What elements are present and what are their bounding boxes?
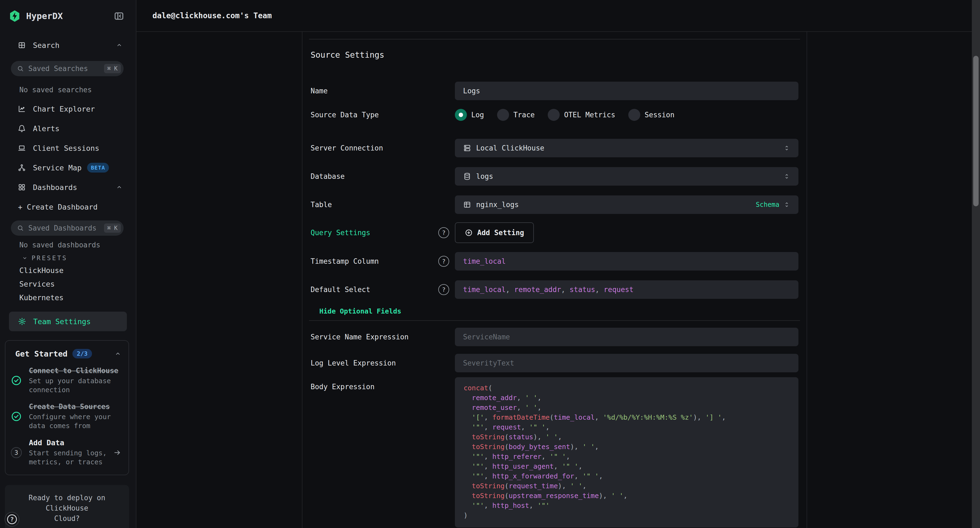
- source-data-type-group: LogTraceOTEL MetricsSession: [455, 109, 799, 121]
- sidebar-preset-kubernetes[interactable]: Kubernetes: [0, 291, 136, 304]
- server-icon: [463, 144, 471, 152]
- help-icon[interactable]: ?: [438, 227, 449, 238]
- form-row-table: Table nginx_logs Schema: [310, 196, 799, 214]
- sidebar-item-chart-explorer[interactable]: Chart Explorer: [0, 99, 136, 119]
- question-icon: ?: [7, 514, 17, 524]
- radio-circle[interactable]: [548, 109, 560, 121]
- cloud-promo-line1: Ready to deploy on ClickHouse: [11, 493, 123, 513]
- form-row-timestamp-column: Timestamp Column ? time_local: [310, 252, 799, 270]
- database-select[interactable]: logs: [455, 167, 799, 186]
- query-settings-label: Query Settings ?: [310, 227, 455, 238]
- radio-circle[interactable]: [628, 109, 640, 121]
- code-line: toString(upstream_response_time), ' ',: [464, 491, 790, 501]
- radio-circle[interactable]: [497, 109, 509, 121]
- sidebar-item-team-settings[interactable]: Team Settings: [9, 312, 127, 331]
- team-title: dale@clickhouse.com's Team: [153, 11, 272, 20]
- code-line: '"', request, '" ',: [464, 422, 790, 432]
- get-started-step-add-data[interactable]: 3 Add Data Start sending logs, metrics, …: [11, 439, 121, 466]
- radio-option-log[interactable]: Log: [455, 109, 484, 121]
- form-row-body-expression: Body Expression concat( remote_addr, ' '…: [310, 377, 799, 528]
- sidebar-item-label: Team Settings: [33, 317, 91, 326]
- chart-explorer-icon: [18, 105, 26, 113]
- service-name-label: Service Name Expression: [310, 333, 455, 341]
- body-expression-editor[interactable]: concat( remote_addr, ' ', remote_user, '…: [455, 377, 799, 528]
- section-title: Source Settings: [310, 49, 799, 60]
- add-setting-button[interactable]: Add Setting: [455, 223, 534, 243]
- sidebar: HyperDX Search Saved Searches ⌘ K No sav…: [0, 0, 136, 528]
- step-subtitle: Start sending logs, metrics, or traces: [29, 448, 111, 466]
- hide-optional-fields-link[interactable]: Hide Optional Fields: [319, 306, 799, 316]
- scrollbar-thumb[interactable]: [973, 56, 978, 206]
- form-row-name: Name Logs: [310, 82, 799, 100]
- sidebar-item-search[interactable]: Search: [0, 35, 136, 55]
- sidebar-item-label: Service Map: [33, 164, 82, 172]
- database-label: Database: [310, 172, 455, 180]
- log-level-input[interactable]: SeverityText: [455, 354, 799, 372]
- sidebar-logo-row: HyperDX: [0, 0, 136, 32]
- hyperdx-logo-icon: [9, 10, 20, 22]
- radio-option-session[interactable]: Session: [628, 109, 675, 121]
- arrow-right-icon[interactable]: [113, 448, 121, 457]
- sidebar-item-label: Client Sessions: [33, 144, 99, 153]
- database-icon: [463, 172, 471, 180]
- get-started-step-connect[interactable]: Connect to ClickHouse Set up your databa…: [11, 367, 121, 394]
- form-row-source-data-type: Source Data Type LogTraceOTEL MetricsSes…: [310, 109, 799, 121]
- timestamp-column-input[interactable]: time_local: [455, 252, 799, 270]
- table-select[interactable]: nginx_logs Schema: [455, 196, 799, 214]
- sidebar-item-service-map[interactable]: Service Map BETA: [0, 158, 136, 177]
- radio-label: OTEL Metrics: [564, 111, 615, 119]
- help-icon[interactable]: ?: [438, 284, 449, 295]
- saved-searches-shortcut: ⌘ K: [104, 64, 121, 73]
- page-header: dale@clickhouse.com's Team: [136, 0, 972, 32]
- schema-link[interactable]: Schema: [756, 201, 780, 208]
- help-icon[interactable]: ?: [438, 256, 449, 267]
- get-started-step-sources[interactable]: Create Data Sources Configure where your…: [11, 402, 121, 430]
- beta-badge: BETA: [87, 163, 109, 173]
- default-select-label: Default Select ?: [310, 284, 455, 295]
- dashboards-icon: [18, 183, 26, 191]
- saved-searches-input[interactable]: Saved Searches ⌘ K: [11, 61, 124, 76]
- step-number-badge: 3: [11, 447, 22, 458]
- get-started-header[interactable]: Get Started 2/3: [15, 349, 121, 358]
- service-name-input[interactable]: ServiceName: [455, 328, 799, 346]
- sidebar-item-dashboards[interactable]: Dashboards: [0, 177, 136, 197]
- sidebar-item-label: Dashboards: [33, 183, 77, 192]
- sidebar-item-client-sessions[interactable]: Client Sessions: [0, 138, 136, 158]
- chevron-up-icon[interactable]: [116, 41, 123, 49]
- radio-option-otel-metrics[interactable]: OTEL Metrics: [548, 109, 615, 121]
- radio-option-trace[interactable]: Trace: [497, 109, 535, 121]
- no-saved-searches-text: No saved searches: [19, 84, 136, 95]
- scrollbar-track[interactable]: [972, 0, 980, 528]
- saved-dashboards-placeholder: Saved Dashboards: [28, 224, 96, 232]
- radio-circle[interactable]: [455, 109, 467, 121]
- code-line: remote_user, ' ',: [464, 403, 790, 413]
- saved-dashboards-shortcut: ⌘ K: [104, 223, 121, 233]
- chevron-up-icon[interactable]: [115, 350, 121, 357]
- get-started-title: Get Started: [15, 349, 67, 358]
- server-connection-select[interactable]: Local ClickHouse: [455, 139, 799, 157]
- sidebar-item-alerts[interactable]: Alerts: [0, 119, 136, 138]
- presets-toggle[interactable]: PRESETS: [22, 253, 136, 264]
- check-circle-icon: [11, 411, 22, 422]
- sidebar-item-label: Chart Explorer: [33, 105, 95, 113]
- bell-icon: [18, 124, 26, 132]
- help-button[interactable]: ?: [5, 512, 19, 526]
- main-area: dale@clickhouse.com's Team Source Settin…: [136, 0, 972, 528]
- section-top-divider: [309, 39, 800, 40]
- name-input[interactable]: Logs: [455, 82, 799, 100]
- log-level-label: Log Level Expression: [310, 359, 455, 367]
- sidebar-preset-services[interactable]: Services: [0, 277, 136, 291]
- code-line: '"', http_user_agent, '" ',: [464, 461, 790, 471]
- radio-label: Trace: [514, 111, 535, 119]
- saved-dashboards-input[interactable]: Saved Dashboards ⌘ K: [11, 221, 124, 236]
- sidebar-collapse-icon[interactable]: [113, 11, 125, 22]
- code-line: '[', formatDateTime(time_local, '%d/%b/%…: [464, 413, 790, 422]
- sidebar-preset-clickhouse[interactable]: ClickHouse: [0, 264, 136, 277]
- name-label: Name: [310, 87, 455, 95]
- body-expression-label: Body Expression: [310, 377, 455, 391]
- default-select-input[interactable]: time_local, remote_addr, status, request: [455, 280, 799, 299]
- chevron-up-icon[interactable]: [116, 184, 123, 191]
- brand-title: HyperDX: [26, 11, 63, 21]
- check-circle-icon: [11, 375, 22, 386]
- create-dashboard-button[interactable]: + Create Dashboard: [0, 197, 136, 217]
